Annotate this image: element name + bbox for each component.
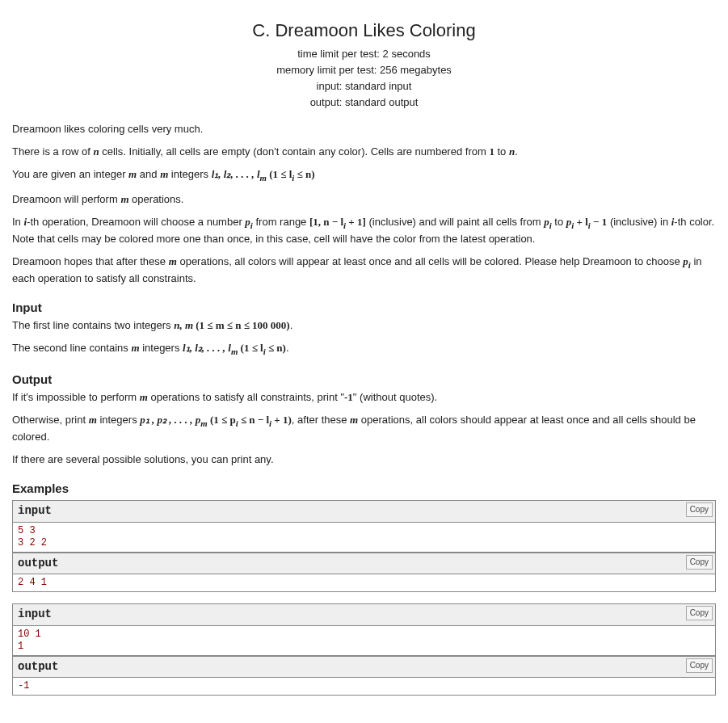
input-heading: Input	[12, 299, 716, 316]
output-heading: Output	[12, 371, 716, 388]
input-p1: The first line contains two integers n, …	[12, 318, 716, 333]
example-input-header: input Copy	[12, 603, 716, 625]
copy-button[interactable]: Copy	[686, 502, 713, 517]
output-p1: If it's impossible to perform m operatio…	[12, 390, 716, 405]
statement-p6: Dreamoon hopes that after these m operat…	[12, 254, 716, 286]
copy-button[interactable]: Copy	[686, 555, 713, 570]
statement-p5: In i-th operation, Dreamoon will choose …	[12, 215, 716, 246]
statement-p3: You are given an integer m and m integer…	[12, 167, 716, 184]
example-output-header: output Copy	[12, 553, 716, 574]
input-file: input: standard input	[12, 79, 716, 94]
output-p2: Otherwise, print m integers p₁ , p₂ , . …	[12, 413, 716, 444]
statement-p2: There is a row of n cells. Initially, al…	[12, 145, 716, 159]
example-output-header: output Copy	[12, 656, 716, 678]
problem-title: C. Dreamoon Likes Coloring	[12, 19, 716, 44]
example-input-content: 10 1 1	[12, 625, 716, 656]
statement-p4: Dreamoon will perform m operations.	[12, 192, 716, 207]
example-2: input Copy 10 1 1 output Copy -1	[12, 603, 716, 696]
example-output-content: 2 4 1	[12, 574, 716, 592]
problem-statement: Dreamoon likes coloring cells very much.…	[12, 122, 716, 286]
memory-limit: memory limit per test: 256 megabytes	[12, 63, 716, 78]
copy-button[interactable]: Copy	[686, 658, 713, 673]
output-file: output: standard output	[12, 95, 716, 110]
input-p2: The second line contains m integers l₁, …	[12, 341, 716, 358]
examples-heading: Examples	[12, 480, 716, 497]
example-1: input Copy 5 3 3 2 2 output Copy 2 4 1	[12, 500, 716, 592]
time-limit: time limit per test: 2 seconds	[12, 47, 716, 61]
copy-button[interactable]: Copy	[686, 606, 713, 620]
example-input-header: input Copy	[12, 500, 716, 522]
output-p3: If there are several possible solutions,…	[12, 452, 716, 467]
statement-p1: Dreamoon likes coloring cells very much.	[12, 122, 716, 137]
example-output-content: -1	[12, 677, 716, 696]
example-input-content: 5 3 3 2 2	[12, 522, 716, 553]
